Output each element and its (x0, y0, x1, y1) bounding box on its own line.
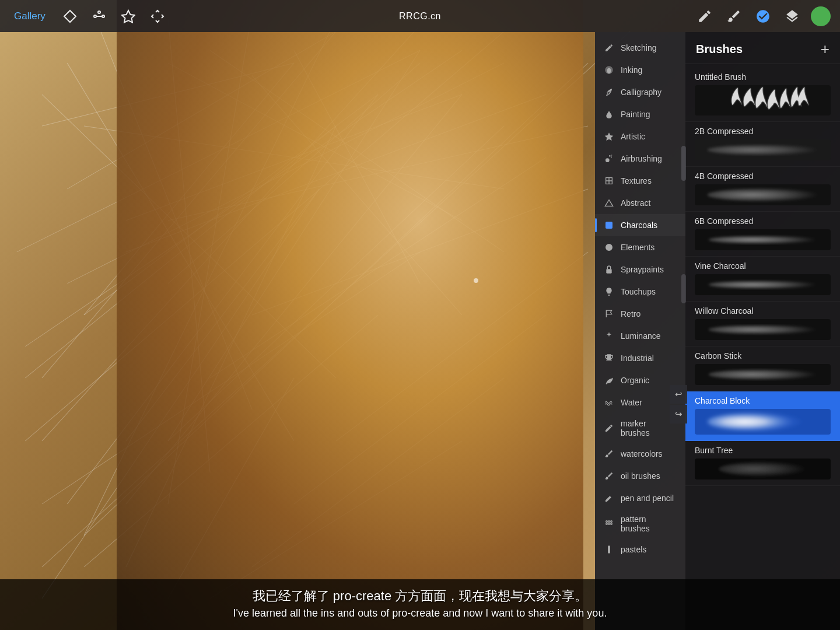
pattern-icon (603, 518, 615, 530)
sidebar-item-spraypaints[interactable]: Spraypaints (595, 258, 685, 281)
brush-item-4b_compressed[interactable]: 4B Compressed (685, 167, 840, 212)
undo-button[interactable]: ↩ (670, 385, 687, 404)
brush-item-willow_charcoal[interactable]: Willow Charcoal (685, 302, 840, 346)
toolbar-right (694, 6, 831, 27)
add-brush-button[interactable]: + (821, 41, 830, 57)
avatar[interactable] (811, 6, 831, 26)
svg-point-69 (719, 462, 807, 476)
brushes-scrollbar[interactable] (681, 146, 686, 181)
category-label-pen_pencil: pen and pencil (621, 494, 674, 503)
brush-name-2b_compressed: 2B Compressed (695, 127, 831, 136)
brushes-header: Brushes + (685, 32, 840, 64)
category-label-charcoals: Charcoals (621, 220, 657, 230)
pastel-icon (603, 544, 615, 555)
brush-preview-4b_compressed (695, 184, 831, 205)
sidebar-item-pattern_brushes[interactable]: pattern brushes (595, 509, 685, 538)
svg-point-64 (709, 236, 817, 244)
svg-point-67 (709, 369, 817, 380)
gallery-button[interactable]: Gallery (9, 8, 50, 24)
brush-preview-carbon_stick (695, 364, 831, 385)
svg-point-57 (611, 521, 612, 523)
drop-icon (603, 64, 615, 76)
category-label-abstract: Abstract (621, 198, 650, 208)
svg-rect-54 (606, 269, 611, 273)
sidebar-item-textures[interactable]: Textures (595, 170, 685, 192)
sidebar-item-charcoals[interactable]: Charcoals (595, 214, 685, 236)
brush-item-carbon_stick[interactable]: Carbon Stick (685, 346, 840, 391)
sidebar-item-abstract[interactable]: Abstract (595, 192, 685, 214)
svg-point-50 (609, 155, 611, 157)
transform-icon[interactable] (148, 7, 167, 26)
pen-icon (603, 492, 615, 504)
category-label-airbrushing: Airbrushing (621, 154, 662, 163)
sidebar-item-pen_pencil[interactable]: pen and pencil (595, 487, 685, 509)
category-label-calligraphy: Calligraphy (621, 88, 662, 97)
sparkle-icon (603, 330, 615, 342)
svg-point-44 (94, 15, 96, 18)
category-label-painting: Painting (621, 110, 650, 119)
sidebar-item-pastels[interactable]: pastels (595, 538, 685, 561)
svg-rect-61 (608, 545, 610, 553)
sidebar-item-airbrushing[interactable]: Airbrushing (595, 148, 685, 170)
triangle-icon (603, 197, 615, 209)
brush-name-burnt_tree: Burnt Tree (695, 446, 831, 455)
redo-button[interactable]: ↪ (670, 405, 687, 424)
brush-item-charcoal_block[interactable]: Charcoal Block (685, 391, 840, 441)
svg-point-52 (611, 155, 612, 155)
modify-icon[interactable] (61, 7, 79, 26)
layers-icon[interactable] (782, 6, 803, 27)
brush-name-vine_charcoal: Vine Charcoal (695, 261, 831, 271)
brush-preview-burnt_tree (695, 459, 831, 480)
sidebar-item-watercolors[interactable]: watercolors (595, 443, 685, 465)
svg-point-53 (606, 244, 612, 251)
svg-point-56 (608, 521, 610, 523)
adjust-icon[interactable] (90, 7, 108, 26)
brush-name-willow_charcoal: Willow Charcoal (695, 306, 831, 316)
brush-item-untitled[interactable]: Untitled Brush (685, 68, 840, 122)
sidebar-item-luminance[interactable]: Luminance (595, 325, 685, 347)
sidebar-item-industrial[interactable]: Industrial (595, 347, 685, 369)
brush-categories-panel: SketchingInkingCalligraphyPaintingArtist… (595, 32, 685, 630)
brush-name-carbon_stick: Carbon Stick (695, 351, 831, 360)
grid-icon (603, 175, 615, 187)
lock-icon (603, 264, 615, 275)
brush-preview-vine_charcoal (695, 274, 831, 295)
brush-preview-willow_charcoal (695, 319, 831, 340)
sidebar-item-inking[interactable]: Inking (595, 59, 685, 81)
brush-item-vine_charcoal[interactable]: Vine Charcoal (685, 257, 840, 302)
svg-point-48 (607, 68, 611, 74)
circle-icon (603, 242, 615, 253)
watercolor-icon (603, 448, 615, 460)
sidebar-item-calligraphy[interactable]: Calligraphy (595, 81, 685, 103)
brush-tool-icon[interactable] (723, 6, 744, 27)
brush-preview-charcoal_block (695, 409, 831, 435)
brush-list: Untitled Brush 2B Compressed 4B (685, 64, 840, 630)
brush-preview-6b_compressed (695, 229, 831, 250)
brush-item-2b_compressed[interactable]: 2B Compressed (685, 122, 840, 167)
brush-name-4b_compressed: 4B Compressed (695, 172, 831, 181)
selection-icon[interactable] (119, 7, 138, 26)
svg-point-66 (709, 325, 817, 334)
app-title: RRCG.cn (399, 11, 441, 22)
brush-preview-untitled (695, 85, 831, 116)
category-label-oil_brushes: oil brushes (621, 471, 660, 481)
sidebar-item-elements[interactable]: Elements (595, 236, 685, 258)
svg-point-63 (708, 188, 818, 201)
smudge-tool-icon[interactable] (752, 6, 774, 27)
brushes-scrollbar2[interactable] (681, 274, 686, 303)
sidebar-item-painting[interactable]: Painting (595, 103, 685, 125)
brushes-title: Brushes (696, 43, 743, 56)
sidebar-item-artistic[interactable]: Artistic (595, 125, 685, 148)
svg-point-60 (611, 523, 612, 525)
category-label-pastels: pastels (621, 545, 646, 554)
sidebar-item-touchups[interactable]: Touchups (595, 281, 685, 303)
svg-point-62 (708, 145, 818, 155)
sidebar-item-sketching[interactable]: Sketching (595, 37, 685, 59)
svg-point-65 (709, 281, 817, 289)
quill-icon (603, 86, 615, 98)
sidebar-item-oil_brushes[interactable]: oil brushes (595, 465, 685, 487)
pencil-tool-icon[interactable] (694, 6, 715, 27)
brush-item-burnt_tree[interactable]: Burnt Tree (685, 441, 840, 486)
brush-item-6b_compressed[interactable]: 6B Compressed (685, 212, 840, 257)
sidebar-item-retro[interactable]: Retro (595, 303, 685, 325)
